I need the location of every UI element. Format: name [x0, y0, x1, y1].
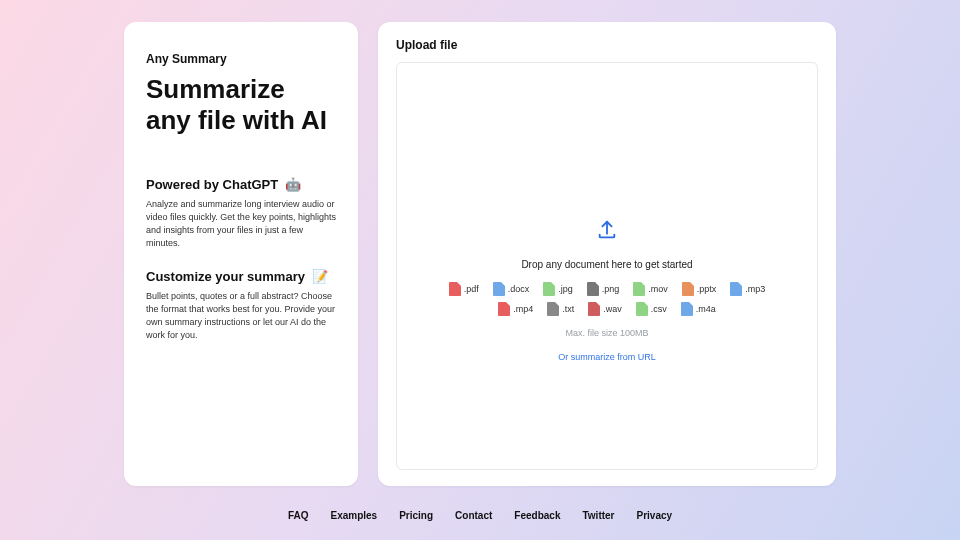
format-ext: .docx — [508, 284, 530, 294]
upload-label: Upload file — [396, 38, 818, 52]
format-ext: .mp4 — [513, 304, 533, 314]
format-ext: .csv — [651, 304, 667, 314]
drop-text: Drop any document here to get started — [521, 259, 692, 270]
format-wav: .wav — [588, 302, 622, 316]
file-icon-docx — [493, 282, 505, 296]
footer-link-twitter[interactable]: Twitter — [582, 510, 614, 521]
memo-icon: 📝 — [312, 269, 328, 284]
summarize-from-url-link[interactable]: Or summarize from URL — [558, 352, 656, 362]
format-ext: .png — [602, 284, 620, 294]
format-ext: .pptx — [697, 284, 717, 294]
format-jpg: .jpg — [543, 282, 573, 296]
section-heading-2: Customize your summary 📝 — [146, 269, 336, 284]
file-icon-mp3 — [730, 282, 742, 296]
format-ext: .mov — [648, 284, 668, 294]
section-heading-1: Powered by ChatGPT 🤖 — [146, 177, 336, 192]
footer-link-feedback[interactable]: Feedback — [514, 510, 560, 521]
file-icon-mp4 — [498, 302, 510, 316]
section-body-1: Analyze and summarize long interview aud… — [146, 198, 336, 250]
file-icon-jpg — [543, 282, 555, 296]
format-ext: .txt — [562, 304, 574, 314]
info-card: Any Summary Summarize any file with AI P… — [124, 22, 358, 486]
footer-link-contact[interactable]: Contact — [455, 510, 492, 521]
footer-nav: FAQExamplesPricingContactFeedbackTwitter… — [288, 510, 672, 521]
format-ext: .wav — [603, 304, 622, 314]
upload-icon — [596, 219, 618, 241]
footer-link-privacy[interactable]: Privacy — [637, 510, 673, 521]
section-heading-2-text: Customize your summary — [146, 269, 305, 284]
format-ext: .m4a — [696, 304, 716, 314]
hero-title: Summarize any file with AI — [146, 74, 336, 135]
format-docx: .docx — [493, 282, 530, 296]
format-csv: .csv — [636, 302, 667, 316]
footer-link-examples[interactable]: Examples — [330, 510, 377, 521]
brand-name: Any Summary — [146, 52, 336, 66]
format-ext: .jpg — [558, 284, 573, 294]
format-ext: .pdf — [464, 284, 479, 294]
supported-formats: .pdf.docx.jpg.png.mov.pptx.mp3.mp4.txt.w… — [442, 282, 772, 322]
file-icon-png — [587, 282, 599, 296]
file-icon-txt — [547, 302, 559, 316]
format-txt: .txt — [547, 302, 574, 316]
max-file-size: Max. file size 100MB — [565, 328, 648, 338]
format-mov: .mov — [633, 282, 668, 296]
robot-icon: 🤖 — [285, 177, 301, 192]
format-m4a: .m4a — [681, 302, 716, 316]
upload-card: Upload file Drop any document here to ge… — [378, 22, 836, 486]
format-ext: .mp3 — [745, 284, 765, 294]
file-icon-pptx — [682, 282, 694, 296]
drop-zone[interactable]: Drop any document here to get started .p… — [396, 62, 818, 470]
file-icon-pdf — [449, 282, 461, 296]
file-icon-m4a — [681, 302, 693, 316]
file-icon-csv — [636, 302, 648, 316]
format-mp4: .mp4 — [498, 302, 533, 316]
footer-link-pricing[interactable]: Pricing — [399, 510, 433, 521]
section-body-2: Bullet points, quotes or a full abstract… — [146, 290, 336, 342]
format-pptx: .pptx — [682, 282, 717, 296]
footer-link-faq[interactable]: FAQ — [288, 510, 309, 521]
section-heading-1-text: Powered by ChatGPT — [146, 177, 278, 192]
format-pdf: .pdf — [449, 282, 479, 296]
format-mp3: .mp3 — [730, 282, 765, 296]
file-icon-wav — [588, 302, 600, 316]
format-png: .png — [587, 282, 620, 296]
file-icon-mov — [633, 282, 645, 296]
